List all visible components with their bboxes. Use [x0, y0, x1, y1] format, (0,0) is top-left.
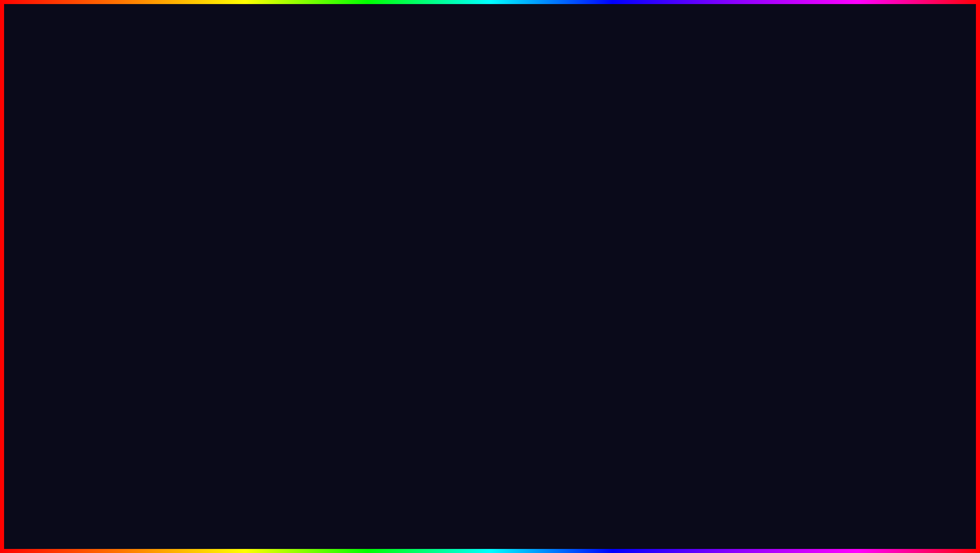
af-toggle-knob-mystical	[344, 277, 351, 284]
vg-right-item4: Oi...	[158, 178, 218, 186]
af-row-punch: Auto Punch Forzen Rock	[211, 249, 357, 263]
svg-point-5	[189, 229, 192, 232]
mlp-strength-row: Strength	[420, 300, 610, 315]
ml-title-bar: Muscle Legend − ✕	[218, 164, 363, 176]
af-row-mystical: Auto Mystical Pullup	[211, 273, 357, 288]
vg-hub-content: AutoFarm AutoMob Auto Durability Rocks .…	[79, 149, 155, 332]
mlp-autorebirth-row: Auto-Rebirth	[420, 230, 610, 243]
vg-item-dots2: ...	[79, 251, 155, 259]
vg-hub-tabs: Muscle Legends	[79, 137, 155, 149]
ml-minimize-btn[interactable]: −	[338, 167, 347, 174]
vg-item-automob[interactable]: AutoMob	[79, 161, 155, 171]
ml-title-text: Muscle Legend	[222, 166, 270, 174]
hh-shrink-self[interactable]: Shrink Self	[471, 163, 641, 179]
af-toggle-extra[interactable]	[334, 291, 352, 300]
speed-hub-btn-crystal[interactable]: Crystal	[155, 308, 216, 319]
ml-popup-window: Muscle Legends ✕ Auto-Rebirth CLICK THIS…	[419, 216, 612, 316]
vg-item-playeresp[interactable]: PLayer Esp	[79, 290, 155, 300]
hh-auto-shrink-label: Auto Shrink - Use with Press/Boulder	[471, 183, 571, 190]
mlp-autorebirth-label: Auto-Rebirth	[437, 233, 471, 240]
speed-hub-btn-main[interactable]: Main	[155, 262, 216, 272]
ml-item-rock750k: Rock 750k ❌	[261, 211, 361, 221]
ml-title-controls: − ✕	[338, 167, 359, 174]
vg-item-autorebirth[interactable]: Auto Rebirth	[79, 200, 155, 210]
vg-item-rocks[interactable]: Rocks	[79, 181, 155, 191]
hh-extra-checkbox1[interactable]	[634, 221, 641, 228]
mlp-speed-label: Speed	[426, 257, 466, 264]
af-label-punch: Auto Punch Forzen Rock	[216, 252, 284, 259]
vg-item-antideletepets[interactable]: Anti Delete Pets	[79, 259, 155, 269]
vg-item-autocrystal[interactable]: Auto Crystal	[79, 230, 155, 240]
hh-auto-shrink-row: Auto Shrink - Use with Press/Boulder	[466, 180, 646, 194]
af-toggle-punch[interactable]	[334, 251, 352, 260]
hh-title-hadeshub: HadesHub	[477, 141, 507, 148]
speed-hub-title-text: Speed Hub X	[155, 203, 190, 210]
mlp-confirm-btn[interactable]: CLICK THIS TO COMFIRM AUTO-REBIRTH	[426, 243, 605, 254]
hh-player-size-label: Player Size	[466, 152, 646, 162]
vg-item-nameesp[interactable]: Name Esp	[79, 310, 155, 320]
tab-muscle-legends[interactable]: Muscle Legends	[79, 137, 155, 148]
mlp-jumppower-slider[interactable]	[470, 271, 586, 274]
mlp-speed-slider[interactable]: 16	[470, 259, 586, 262]
svg-text:Speed Hub X: Speed Hub X	[173, 246, 199, 251]
mlp-spoofing-section: Spoofing	[420, 280, 610, 290]
speed-hub-close[interactable]: X	[213, 203, 216, 210]
ml-body: Main player setting Weight ✅ Rock 150k ❌…	[218, 176, 363, 245]
mlp-strength-input[interactable]	[452, 302, 605, 312]
million-warriors-text: MILLION WARRIORS	[783, 477, 965, 543]
mlp-title-text: Muscle Legends	[426, 220, 477, 228]
muscle-legend-window: Muscle Legend − ✕ Main player setting We…	[217, 163, 364, 246]
vg-item-dots1: ...	[79, 191, 155, 200]
speed-hub-btn-autofarm[interactable]: Auto Farm	[155, 273, 216, 284]
ml-tab-main[interactable]: Main	[220, 179, 256, 194]
ml-close-btn[interactable]: ✕	[350, 167, 359, 174]
hh-auto-shrink-checkbox[interactable]	[634, 183, 641, 190]
vg-right-item3: Fps Cap	[158, 170, 218, 178]
svg-point-4	[179, 229, 182, 232]
vg-right-header: PapaPlantz#3856 Personal Feature	[158, 140, 218, 154]
vg-item-getallchests[interactable]: Get All Chests	[79, 220, 155, 230]
hh-title-controls: ⋮ 🔍 ✕	[612, 141, 642, 149]
hh-close-icon[interactable]: ✕	[636, 141, 642, 149]
speed-hub-btn-petdupe[interactable]: Pet Dupe	[155, 320, 216, 330]
af-toggle-mystical[interactable]	[334, 276, 352, 285]
warriors-text: WARRIORS	[783, 510, 965, 543]
hh-separator: |	[510, 141, 512, 148]
ml-tab-player-setting[interactable]: player setting	[220, 195, 256, 203]
af-section-mystical: Mystical Gym	[211, 263, 357, 273]
speed-hub-btn-farm[interactable]: Farm	[155, 285, 216, 295]
mlp-main-section: Main | (ALL ARE CLIENT-SIDED)	[420, 290, 610, 300]
hh-search-icon[interactable]: 🔍	[624, 141, 632, 149]
ml-item-rock5m: Rock 5m ✅	[261, 232, 361, 243]
vg-right-item1: No T...	[158, 154, 218, 162]
mlp-autorebirth-checkbox[interactable]	[426, 233, 433, 240]
hh-hiding-spot-label: Hiding Spot	[471, 207, 502, 214]
vg-item-crystals[interactable]: Crystals	[79, 240, 155, 251]
speed-hub-logo: Speed Hub X	[155, 214, 216, 259]
hh-strength-training-label: Strength Training Mode	[466, 194, 646, 204]
ml-item-rock150k: Rock 150k ❌	[261, 189, 361, 200]
hh-extra-checkbox3[interactable]	[634, 248, 641, 255]
vg-item-autofarm[interactable]: AutoFarm	[79, 151, 155, 161]
mlp-speed-val: 16	[590, 257, 605, 264]
svg-point-1	[175, 222, 197, 243]
mlp-title-bar: Muscle Legends ✕	[420, 217, 610, 230]
million-text: MILLION	[783, 477, 965, 510]
vg-item-autojoinbrawl[interactable]: Auto Join Brawl	[79, 210, 155, 220]
speed-hub-title: Speed Hub X X	[151, 202, 220, 211]
mlp-jumppower-row: JumpPower 50	[420, 267, 610, 280]
af-toggle-knob-punch	[344, 252, 351, 259]
hh-title-left: ≡ HadesHub | Muscle Legends	[470, 141, 562, 149]
hh-menu-icon[interactable]: ≡	[470, 141, 474, 149]
speed-hub-btn-rebirths[interactable]: Rebirths	[155, 297, 216, 307]
vg-item-autodurability[interactable]: Auto Durability	[79, 171, 155, 181]
mlp-speed-row: Speed 16 16	[420, 254, 610, 267]
vg-item-antirebirth[interactable]: Anti Rebirth	[79, 269, 155, 280]
vg-item-enableesp[interactable]: Enable Esp	[79, 280, 155, 290]
hh-extra-checkbox2[interactable]	[634, 234, 641, 241]
hh-more-icon[interactable]: ⋮	[612, 141, 619, 149]
vg-item-boxesesp[interactable]: Boxes Esp	[79, 320, 155, 330]
hh-hiding-spot-checkbox[interactable]	[634, 207, 641, 214]
vg-item-tracersesp[interactable]: Tracers Esp	[79, 300, 155, 310]
mlp-close-btn[interactable]: ✕	[599, 220, 605, 228]
